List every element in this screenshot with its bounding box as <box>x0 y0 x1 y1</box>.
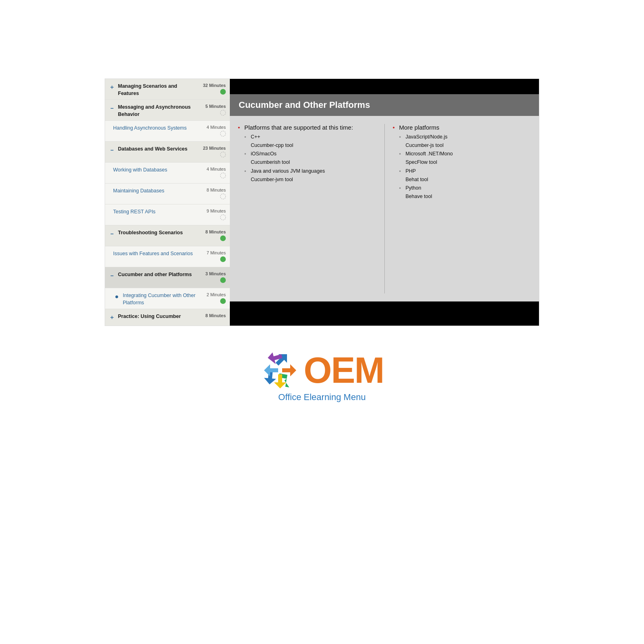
sidebar-label: Troubleshooting Scenarios <box>118 229 199 237</box>
sidebar-label: Maintaining Databases <box>113 188 199 195</box>
slide-body: Platforms that are supported at this tim… <box>230 116 539 301</box>
sidebar-label: Testing REST APIs <box>113 208 199 216</box>
dotnet-tool: SpecFlow tool <box>406 158 531 167</box>
cpp-tool: Cucumber-cpp tool <box>251 141 376 150</box>
slide-bottom-bar <box>230 301 539 326</box>
minus-icon: − <box>108 147 116 154</box>
sidebar-label: Cucumber and other Platforms <box>118 271 199 279</box>
sidebar-duration: 8 Minutes <box>206 188 226 192</box>
sidebar-duration: 23 Minutes <box>203 146 226 151</box>
sidebar-item-cucumber-platforms[interactable]: − Cucumber and other Platforms 3 Minutes <box>105 267 230 288</box>
js-item: JavaScript/Node.js Cucumber-js tool <box>399 133 531 150</box>
sidebar-duration: 8 Minutes <box>205 313 226 318</box>
sidebar-item-messaging[interactable]: − Messaging and Asynchronous Behavior 5 … <box>105 100 230 121</box>
status-indicator <box>220 110 226 116</box>
logo-section: OEM Office Elearning Menu <box>260 350 384 402</box>
sidebar-label: Integrating Cucumber with Other Platform… <box>123 292 199 306</box>
sidebar-item-maintaining-db[interactable]: Maintaining Databases 8 Minutes <box>105 184 230 204</box>
sidebar-item-issues[interactable]: Issues with Features and Scenarios 7 Min… <box>105 246 230 267</box>
status-indicator <box>220 215 226 220</box>
js-tool: Cucumber-js tool <box>406 141 531 150</box>
course-sidebar: ＋ Managing Scenarios and Features 32 Min… <box>105 79 230 326</box>
java-tool: Cucumber-jvm tool <box>251 175 376 184</box>
slide-top-bar <box>230 79 539 94</box>
page-wrapper: ＋ Managing Scenarios and Features 32 Min… <box>0 0 644 644</box>
logo-row: OEM <box>260 350 384 390</box>
sidebar-duration: 2 Minutes <box>206 292 226 297</box>
cpp-item: C++ Cucumber-cpp tool <box>244 133 376 150</box>
sidebar-item-practice[interactable]: ＋ Practice: Using Cucumber 8 Minutes <box>105 309 230 326</box>
minus-icon: − <box>108 272 116 279</box>
oem-logo-icon <box>260 350 300 390</box>
status-indicator <box>220 235 226 241</box>
sidebar-item-testing-rest[interactable]: Testing REST APIs 9 Minutes <box>105 204 230 225</box>
sidebar-item-databases[interactable]: − Databases and Web Services 23 Minutes <box>105 142 230 163</box>
platforms-intro: Platforms that are supported at this tim… <box>238 122 376 184</box>
ios-tool: Cucumberish tool <box>251 158 376 167</box>
status-indicator <box>220 194 226 199</box>
status-indicator <box>220 152 226 157</box>
ios-item: iOS/macOs Cucumberish tool <box>244 150 376 167</box>
sidebar-item-working-db[interactable]: Working with Databases 4 Minutes <box>105 163 230 184</box>
sidebar-item-integrating[interactable]: ● Integrating Cucumber with Other Platfo… <box>105 288 230 309</box>
more-platforms-label: More platforms JavaScript/Node.js Cucumb… <box>393 122 531 201</box>
sidebar-label: Messaging and Asynchronous Behavior <box>118 104 199 118</box>
sidebar-label: Handling Asynchronous Systems <box>113 125 199 132</box>
slide-right-column: More platforms JavaScript/Node.js Cucumb… <box>393 122 531 295</box>
status-indicator <box>220 89 226 95</box>
sidebar-duration: 32 Minutes <box>203 83 226 88</box>
slide-area: Cucumber and Other Platforms Platforms t… <box>230 79 539 326</box>
logo-brand-text: OEM <box>303 352 384 388</box>
avatar-icon: ● <box>113 293 120 300</box>
sidebar-duration: 7 Minutes <box>206 250 226 255</box>
sidebar-duration: 4 Minutes <box>206 167 226 171</box>
sidebar-duration: 8 Minutes <box>205 229 226 234</box>
slide-content: Cucumber and Other Platforms Platforms t… <box>230 94 539 301</box>
slide-column-divider <box>384 124 385 293</box>
status-indicator <box>220 173 226 178</box>
slide-left-column: Platforms that are supported at this tim… <box>238 122 376 295</box>
python-item: Python Behave tool <box>399 184 531 201</box>
status-indicator <box>220 131 226 136</box>
sidebar-duration: 4 Minutes <box>206 125 226 130</box>
slide-header: Cucumber and Other Platforms <box>230 94 539 116</box>
sidebar-label: Databases and Web Services <box>118 146 199 153</box>
sidebar-item-handling-async[interactable]: Handling Asynchronous Systems 4 Minutes <box>105 121 230 142</box>
sidebar-label: Managing Scenarios and Features <box>118 83 199 97</box>
sidebar-duration: 9 Minutes <box>206 208 226 213</box>
sidebar-label: Practice: Using Cucumber <box>118 313 199 320</box>
sidebar-item-troubleshooting[interactable]: − Troubleshooting Scenarios 8 Minutes <box>105 225 230 246</box>
php-item: PHP Behat tool <box>399 167 531 184</box>
dotnet-item: Microsoft .NET/Mono SpecFlow tool <box>399 150 531 167</box>
java-item: Java and various JVM languages Cucumber-… <box>244 167 376 184</box>
minus-icon: − <box>108 105 116 112</box>
status-indicator <box>220 319 226 325</box>
course-player: ＋ Managing Scenarios and Features 32 Min… <box>105 78 539 326</box>
slide-title: Cucumber and Other Platforms <box>239 100 530 110</box>
svg-marker-1 <box>267 350 284 365</box>
plus-icon: ＋ <box>108 84 116 91</box>
status-indicator <box>220 298 226 304</box>
logo-tagline: Office Elearning Menu <box>278 392 365 402</box>
plus-icon: ＋ <box>108 314 116 321</box>
sidebar-duration: 3 Minutes <box>205 271 226 276</box>
php-tool: Behat tool <box>406 175 531 184</box>
sidebar-label: Issues with Features and Scenarios <box>113 250 199 258</box>
sidebar-item-managing[interactable]: ＋ Managing Scenarios and Features 32 Min… <box>105 79 230 100</box>
python-tool: Behave tool <box>406 192 531 201</box>
status-indicator <box>220 256 226 262</box>
sidebar-label: Working with Databases <box>113 167 199 174</box>
status-indicator <box>220 277 226 283</box>
minus-icon: − <box>108 230 116 237</box>
sidebar-duration: 5 Minutes <box>205 104 226 109</box>
